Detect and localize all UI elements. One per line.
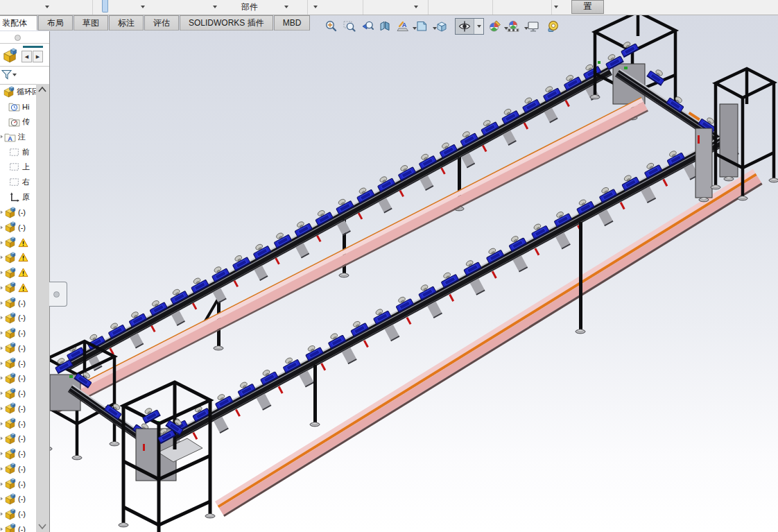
tree-item-front-plane[interactable]: 前 <box>0 144 36 160</box>
tab-solidworks-addins[interactable]: SOLIDWORKS 插件 <box>180 15 273 31</box>
graphics-viewport[interactable] <box>0 15 778 532</box>
tab-assembly[interactable]: 装配体 <box>0 15 37 31</box>
expand-caret-icon[interactable] <box>0 255 3 260</box>
tree-item-component-warning[interactable] <box>0 250 36 265</box>
panel-tab-scroll-right[interactable]: ▶ <box>33 51 43 62</box>
tree-item-top-plane[interactable]: 上 <box>0 160 36 175</box>
panel-collapse-handle[interactable] <box>49 282 67 307</box>
expand-caret-icon[interactable] <box>0 315 3 320</box>
filter-icon[interactable] <box>1 69 12 80</box>
tree-item-component[interactable]: (-) <box>0 506 36 522</box>
annotation-views-icon[interactable]: A <box>395 18 412 35</box>
tab-evaluate[interactable]: 评估 <box>144 15 179 31</box>
expand-caret-icon[interactable] <box>0 451 3 456</box>
expand-caret-icon[interactable] <box>0 240 3 246</box>
far-conveyor-lane[interactable] <box>60 58 618 381</box>
view-orientation-caret[interactable] <box>413 27 417 30</box>
expand-caret-icon[interactable] <box>0 330 3 336</box>
expand-caret-icon[interactable] <box>0 481 3 487</box>
view-settings-icon[interactable] <box>525 18 542 35</box>
dropdown-caret[interactable] <box>141 6 145 8</box>
dropdown-caret[interactable] <box>284 6 288 8</box>
tab-layout[interactable]: 布局 <box>38 15 73 31</box>
dropdown-caret[interactable] <box>45 6 49 8</box>
expand-caret-icon[interactable] <box>0 406 3 411</box>
tree-item-component[interactable]: (-) <box>0 522 36 532</box>
panel-tab-scroll-left[interactable]: ◀ <box>21 51 32 62</box>
component-toolbar-label[interactable]: 部件 <box>234 1 265 13</box>
tree-scrollbar[interactable] <box>36 84 49 532</box>
dropdown-caret[interactable] <box>313 6 318 8</box>
measure-icon[interactable] <box>545 18 562 35</box>
tree-item-component[interactable]: (-) <box>0 356 36 371</box>
zoom-to-area-icon[interactable] <box>341 18 358 35</box>
clipped-toolbar-icon[interactable] <box>102 0 108 12</box>
tree-item-origin[interactable]: 原 <box>0 189 36 205</box>
previous-view-icon[interactable] <box>359 18 376 35</box>
hide-show-items-caret[interactable] <box>474 19 483 34</box>
expand-caret-icon[interactable] <box>0 391 3 396</box>
tab-sketch[interactable]: 草图 <box>74 15 108 31</box>
near-conveyor-lane[interactable] <box>137 122 742 469</box>
tree-item-component[interactable]: (-) <box>0 370 36 386</box>
expand-caret-icon[interactable] <box>0 345 3 351</box>
scroll-down-arrow[interactable] <box>37 523 47 530</box>
apply-scene-caret[interactable] <box>504 27 508 30</box>
apply-scene-icon[interactable] <box>505 18 521 35</box>
tree-item-component-warning[interactable] <box>0 265 36 280</box>
tree-item-component[interactable]: (-) <box>0 205 36 220</box>
edit-appearance-icon[interactable] <box>487 18 503 35</box>
tree-item-component[interactable]: (-) <box>0 220 36 235</box>
tree-item-component[interactable]: (-) <box>0 491 36 506</box>
tab-annotate[interactable]: 标注 <box>109 15 144 31</box>
tree-item-component[interactable]: (-) <box>0 295 36 311</box>
expand-caret-icon[interactable] <box>0 285 3 291</box>
expand-caret-icon[interactable] <box>0 209 3 215</box>
expand-caret-icon[interactable] <box>0 436 3 441</box>
tree-item-component[interactable]: (-) <box>0 325 36 341</box>
tree-item-component[interactable]: (-) <box>0 477 36 492</box>
section-view-icon[interactable] <box>377 18 394 35</box>
expand-caret-icon[interactable] <box>0 511 3 517</box>
tree-item-component[interactable]: (-) <box>0 386 36 401</box>
expand-caret-icon[interactable] <box>0 375 3 381</box>
tree-item-component[interactable]: (-) <box>0 461 36 477</box>
dropdown-caret[interactable] <box>554 6 558 8</box>
tree-item-right-plane[interactable]: 右 <box>0 175 36 190</box>
zoom-to-fit-icon[interactable] <box>323 18 340 35</box>
expand-caret-icon[interactable] <box>0 300 3 306</box>
tree-item-component[interactable]: (-) <box>0 401 36 416</box>
hide-show-items-button[interactable] <box>455 18 484 35</box>
tree-item-component[interactable]: (-) <box>0 416 36 431</box>
expand-caret-icon[interactable] <box>0 496 3 501</box>
tree-root-assembly[interactable]: 循环回 <box>0 84 36 99</box>
view-settings-caret[interactable] <box>524 27 528 30</box>
expand-caret-icon[interactable] <box>0 225 3 230</box>
tree-item-component[interactable]: (-) <box>0 310 36 325</box>
tree-item-component[interactable]: (-) <box>0 446 36 461</box>
dropdown-caret[interactable] <box>213 6 217 8</box>
tree-item-annotations[interactable]: 注 <box>0 129 36 144</box>
display-style-icon[interactable] <box>433 18 450 35</box>
expand-caret-icon[interactable] <box>0 526 3 532</box>
tree-item-history[interactable]: Hi <box>0 99 36 114</box>
filter-caret[interactable] <box>12 74 17 76</box>
tab-mbd[interactable]: MBD <box>274 15 311 31</box>
tree-item-component[interactable]: (-) <box>0 431 36 446</box>
feature-tree-tab-icon[interactable] <box>2 48 17 63</box>
expand-caret-icon[interactable] <box>0 361 3 366</box>
tree-item-component-warning[interactable] <box>0 280 36 295</box>
view-orientation-icon[interactable] <box>413 18 430 35</box>
display-style-caret[interactable] <box>433 27 437 30</box>
tree-item-sensors[interactable]: 传 <box>0 114 36 130</box>
expand-caret-icon[interactable] <box>0 421 3 427</box>
expand-caret-icon[interactable] <box>0 270 3 275</box>
expand-caret-icon[interactable] <box>0 466 3 472</box>
assembly-3d-model[interactable] <box>0 15 778 532</box>
expand-caret-icon[interactable] <box>0 134 3 139</box>
tree-item-component-warning[interactable] <box>0 235 36 250</box>
tree-item-component[interactable]: (-) <box>0 341 36 356</box>
dropdown-caret[interactable] <box>414 6 418 8</box>
settings-button[interactable]: 置 <box>571 0 604 14</box>
scroll-up-arrow[interactable] <box>37 86 47 93</box>
